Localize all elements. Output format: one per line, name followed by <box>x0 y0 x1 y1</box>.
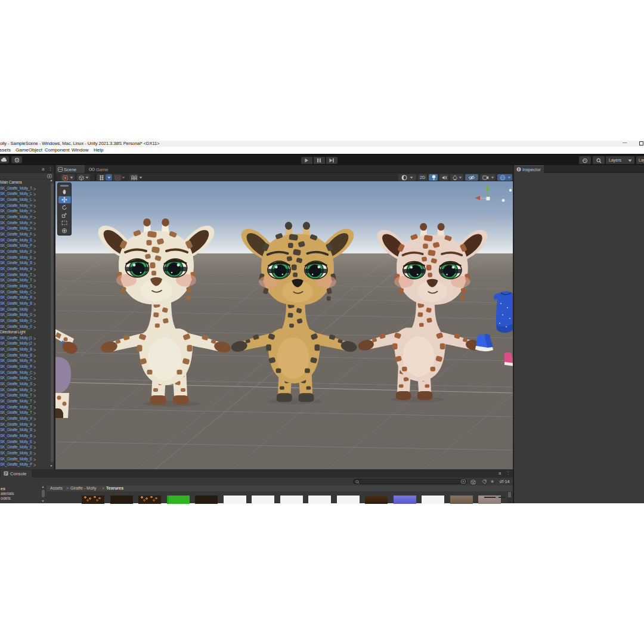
svg-text:◀ Persp: ◀ Persp <box>481 217 496 222</box>
